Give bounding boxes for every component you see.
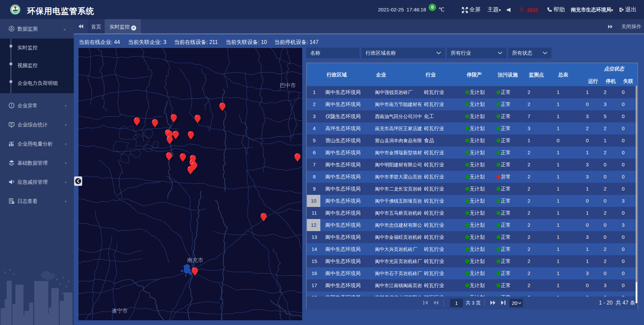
svg-text:遂宁市: 遂宁市 <box>112 308 128 314</box>
svg-text:巴中市: 巴中市 <box>280 83 296 88</box>
svg-text:南充市: 南充市 <box>187 257 203 263</box>
